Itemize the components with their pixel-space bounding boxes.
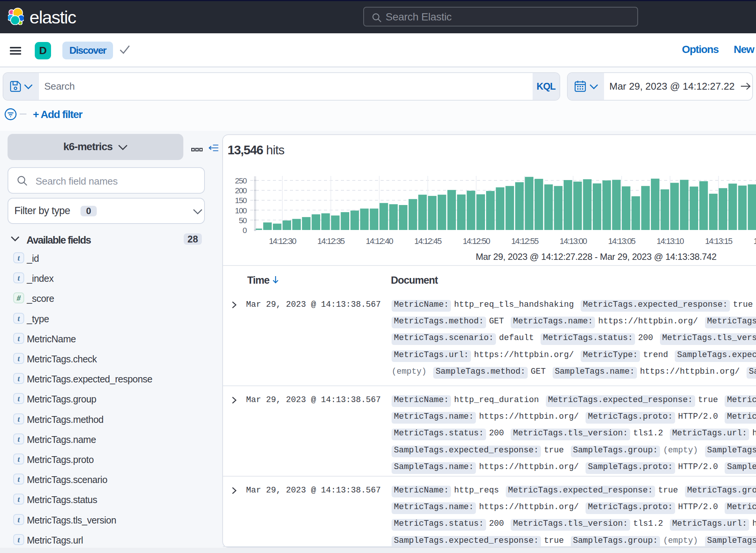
svg-text:14:12:55: 14:12:55: [511, 236, 539, 246]
svg-text:14:12:45: 14:12:45: [414, 236, 442, 246]
svg-text:14:13:20: 14:13:20: [753, 236, 756, 246]
svg-text:200: 200: [235, 186, 246, 195]
svg-text:150: 150: [235, 196, 246, 205]
svg-text:14:12:35: 14:12:35: [318, 236, 345, 246]
svg-text:14:13:05: 14:13:05: [608, 236, 636, 246]
svg-text:100: 100: [235, 206, 246, 215]
svg-text:50: 50: [239, 216, 247, 225]
svg-text:14:13:10: 14:13:10: [657, 236, 684, 246]
svg-text:250: 250: [235, 176, 246, 185]
svg-text:14:12:40: 14:12:40: [366, 236, 393, 246]
svg-text:14:12:30: 14:12:30: [269, 236, 296, 246]
svg-text:14:12:50: 14:12:50: [463, 236, 490, 246]
svg-text:0: 0: [243, 226, 247, 235]
svg-text:14:13:00: 14:13:00: [560, 236, 587, 246]
svg-text:14:13:15: 14:13:15: [705, 236, 733, 246]
